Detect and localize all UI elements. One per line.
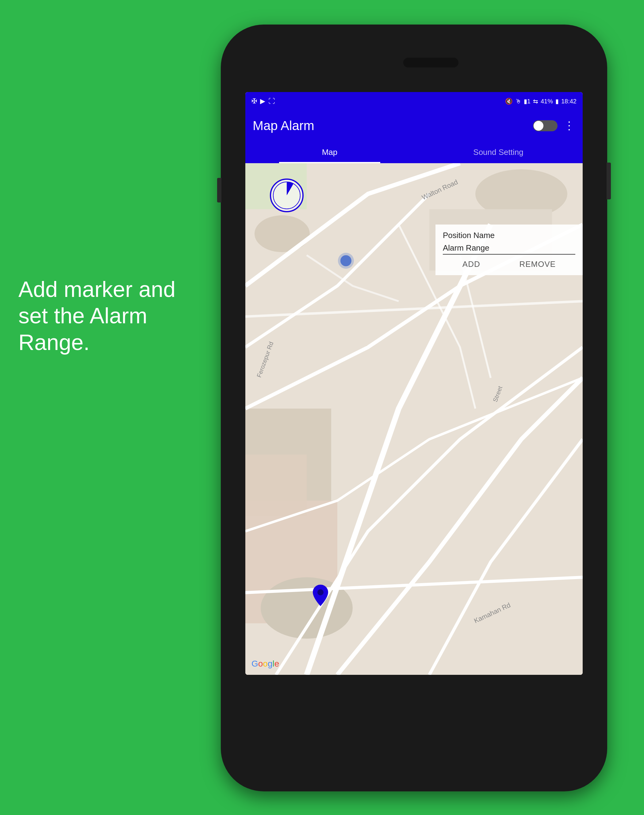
battery-percent: 41% [541, 98, 553, 105]
app-bar-right: ⋮ [533, 119, 575, 132]
action-buttons: ADD REMOVE [443, 259, 575, 269]
app-bar: Map Alarm ⋮ [245, 111, 583, 141]
alarm-range-label: Alarm Range [443, 243, 575, 253]
status-left-icons: ✠ ▶ ⛶ [251, 97, 275, 105]
instruction-text: Add marker and set the Alarm Range. [18, 276, 190, 356]
phone-device: ✠ ▶ ⛶ 🔇 🖰 ▮1 ⇆ 41% ▮ 18:42 Map Alarm [221, 25, 607, 791]
status-bar: ✠ ▶ ⛶ 🔇 🖰 ▮1 ⇆ 41% ▮ 18:42 [245, 92, 583, 111]
svg-point-13 [317, 589, 324, 596]
alarm-range-circle[interactable] [270, 178, 304, 212]
sim-icon: ▮1 [524, 98, 531, 105]
google-logo: Google [251, 659, 279, 669]
volume-button [217, 178, 221, 203]
clock: 18:42 [561, 98, 577, 105]
map-background: Walton Road Ferozepur Rd Street Kamahan … [245, 163, 583, 675]
bluetooth-icon: 🖰 [515, 98, 521, 105]
map-area[interactable]: Walton Road Ferozepur Rd Street Kamahan … [245, 163, 583, 675]
status-right-icons: 🔇 🖰 ▮1 ⇆ 41% ▮ 18:42 [505, 98, 577, 105]
position-name-label: Position Name [443, 231, 575, 240]
map-pin-marker[interactable] [313, 585, 328, 607]
app-title: Map Alarm [253, 118, 314, 133]
battery-icon: ▮ [555, 98, 559, 105]
remove-button[interactable]: REMOVE [519, 259, 556, 269]
tab-sound-setting[interactable]: Sound Setting [414, 141, 583, 163]
speaker [403, 58, 458, 68]
toggle-knob [534, 121, 543, 130]
alarm-range-row: Alarm Range [443, 243, 575, 255]
add-button[interactable]: ADD [463, 259, 480, 269]
current-location-dot [340, 255, 351, 266]
phone-screen: ✠ ▶ ⛶ 🔇 🖰 ▮1 ⇆ 41% ▮ 18:42 Map Alarm [245, 92, 583, 675]
usb-icon: ✠ [251, 97, 257, 105]
tab-map[interactable]: Map [245, 141, 414, 163]
overflow-menu-icon[interactable]: ⋮ [564, 119, 575, 132]
toggle-switch[interactable] [533, 120, 558, 131]
phone-body: ✠ ▶ ⛶ 🔇 🖰 ▮1 ⇆ 41% ▮ 18:42 Map Alarm [221, 25, 607, 791]
info-panel: Position Name Alarm Range ADD REMOVE [435, 224, 583, 275]
location-icon: ▶ [260, 97, 265, 105]
tab-bar: Map Sound Setting [245, 141, 583, 163]
power-button [607, 163, 611, 200]
svg-point-2 [255, 215, 310, 252]
position-name-row: Position Name [443, 231, 575, 240]
pie-indicator [273, 181, 301, 209]
signal-icon: ⇆ [533, 98, 538, 105]
mute-icon: 🔇 [505, 98, 513, 105]
image-icon: ⛶ [268, 97, 275, 105]
